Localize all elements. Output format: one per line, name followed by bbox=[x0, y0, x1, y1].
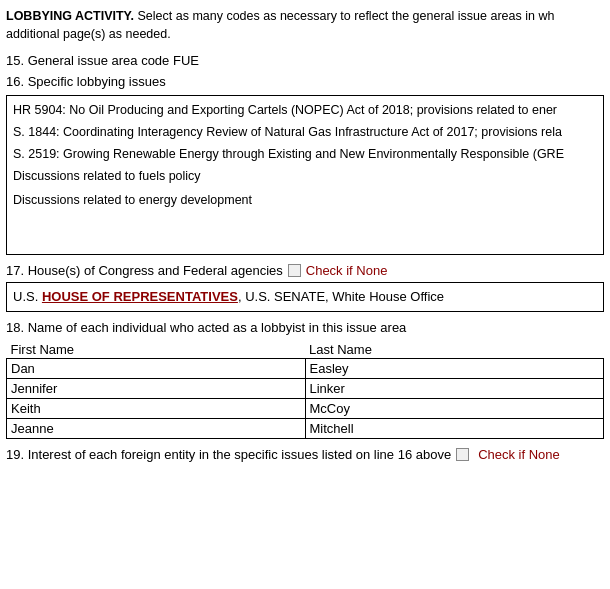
issue-6: Discussions related to energy developmen… bbox=[13, 190, 597, 210]
issue-3: S. 2519: Growing Renewable Energy throug… bbox=[13, 144, 597, 164]
section19-check-if-none: Check if None bbox=[478, 447, 560, 462]
section19-label: 19. Interest of each foreign entity in t… bbox=[6, 447, 451, 462]
lobbyist-last-3: McCoy bbox=[305, 398, 604, 418]
section16-label: 16. Specific lobbying issues bbox=[6, 74, 604, 89]
lobbyist-last-2: Linker bbox=[305, 378, 604, 398]
section19-checkbox[interactable] bbox=[456, 448, 469, 461]
section19-row: 19. Interest of each foreign entity in t… bbox=[6, 447, 604, 462]
section17-check-if-none: Check if None bbox=[306, 263, 388, 278]
lobbyist-first-4: Jeanne bbox=[7, 418, 306, 438]
issue-4: Discussions related to fuels policy bbox=[13, 166, 597, 186]
table-row: Dan Easley bbox=[7, 358, 604, 378]
col-first-name: First Name bbox=[7, 341, 306, 359]
section18-label: 18. Name of each individual who acted as… bbox=[6, 320, 604, 335]
lobbyist-first-1: Dan bbox=[7, 358, 306, 378]
section17-label: 17. House(s) of Congress and Federal age… bbox=[6, 263, 283, 278]
table-row: Jeanne Mitchell bbox=[7, 418, 604, 438]
section18-label-text: 18. Name of each individual who acted as… bbox=[6, 320, 406, 335]
congress-text-prefix: U.S. bbox=[13, 289, 42, 304]
issue-1: HR 5904: No Oil Producing and Exporting … bbox=[13, 100, 597, 120]
table-row: Jennifer Linker bbox=[7, 378, 604, 398]
col-last-name: Last Name bbox=[305, 341, 604, 359]
section15-label: 15. General issue area code FUE bbox=[6, 53, 604, 68]
table-row: Keith McCoy bbox=[7, 398, 604, 418]
congress-text-rest: , U.S. SENATE, White House Office bbox=[238, 289, 444, 304]
lobbyist-first-3: Keith bbox=[7, 398, 306, 418]
lobbying-issues-box: HR 5904: No Oil Producing and Exporting … bbox=[6, 95, 604, 255]
header-description: LOBBYING ACTIVITY. Select as many codes … bbox=[6, 8, 604, 43]
lobbyist-first-2: Jennifer bbox=[7, 378, 306, 398]
congress-box: U.S. HOUSE OF REPRESENTATIVES, U.S. SENA… bbox=[6, 282, 604, 312]
lobbyist-last-1: Easley bbox=[305, 358, 604, 378]
header-bold: LOBBYING ACTIVITY. bbox=[6, 9, 134, 23]
lobbyist-last-4: Mitchell bbox=[305, 418, 604, 438]
section17-checkbox[interactable] bbox=[288, 264, 301, 277]
congress-house-highlight: HOUSE OF REPRESENTATIVES bbox=[42, 289, 238, 304]
issue-2: S. 1844: Coordinating Interagency Review… bbox=[13, 122, 597, 142]
lobbyist-table: First Name Last Name Dan Easley Jennifer… bbox=[6, 341, 604, 439]
section17-row: 17. House(s) of Congress and Federal age… bbox=[6, 263, 604, 278]
page-container: LOBBYING ACTIVITY. Select as many codes … bbox=[0, 0, 610, 470]
